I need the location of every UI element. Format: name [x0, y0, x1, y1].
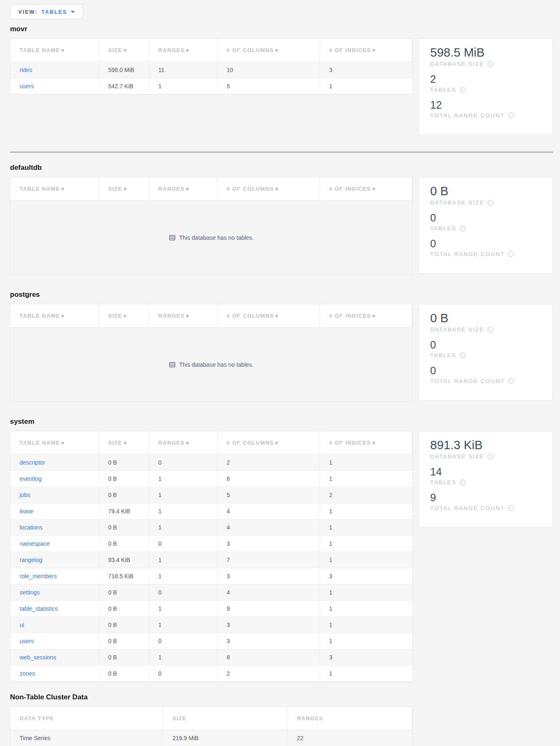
columns-cell: 5 [217, 78, 320, 94]
indices-cell: 1 [320, 471, 412, 487]
size-cell: 598.0 MiB [99, 62, 149, 78]
table-name-cell: web_sessions [10, 649, 99, 666]
indices-cell: 2 [320, 487, 412, 503]
column-header[interactable]: # OF INDICES▼ [320, 39, 412, 62]
stat-value: 0 [430, 365, 544, 377]
tables-table-defaultdb: TABLE NAME▼SIZE▼RANGES▼# OF COLUMNS▼# OF… [10, 177, 413, 275]
stat-label: TABLES [430, 87, 456, 93]
column-header[interactable]: SIZE▼ [99, 39, 149, 62]
column-header[interactable]: SIZE▼ [99, 304, 149, 328]
stat-range-count: 9 TOTAL RANGE COUNTi [430, 492, 544, 511]
stat-label: DATABASE SIZE [430, 326, 484, 333]
table-name-link[interactable]: web_sessions [20, 654, 56, 661]
column-header[interactable]: # OF COLUMNS▼ [217, 431, 320, 455]
columns-cell: 3 [217, 633, 320, 649]
columns-cell: 10 [217, 62, 320, 78]
size-cell: 0 B [99, 633, 149, 649]
info-icon[interactable]: i [508, 378, 514, 384]
size-cell: 0 B [99, 455, 149, 471]
sort-desc-icon: ▼ [123, 313, 128, 318]
table-row: ui 0 B 1 3 1 [10, 617, 412, 633]
ranges-cell: 1 [149, 617, 217, 633]
columns-cell: 3 [217, 536, 320, 552]
ranges-cell: 1 [149, 520, 217, 536]
column-header[interactable]: # OF INDICES▼ [320, 177, 412, 201]
table-name-link[interactable]: zones [20, 670, 35, 677]
database-heading-system: system [10, 418, 553, 426]
info-icon[interactable]: i [460, 353, 466, 358]
columns-cell: 2 [217, 666, 320, 682]
stat-tables: 2 TABLESi [430, 73, 544, 93]
stat-range-count: 12 TOTAL RANGE COUNTi [430, 99, 544, 119]
table-name-link[interactable]: rides [20, 67, 32, 73]
indices-cell: 3 [320, 568, 412, 584]
column-header[interactable]: RANGES▼ [149, 304, 217, 328]
table-name-link[interactable]: descriptor [20, 459, 45, 466]
column-header[interactable]: # OF COLUMNS▼ [217, 177, 320, 201]
info-icon[interactable]: i [488, 200, 493, 206]
table-row: locations 0 B 1 4 1 [10, 520, 412, 536]
column-header[interactable]: # OF INDICES▼ [320, 431, 412, 455]
tables-table-system: TABLE NAME▼SIZE▼RANGES▼# OF COLUMNS▼# OF… [10, 431, 413, 682]
size-cell: 0 B [99, 666, 149, 682]
column-header[interactable]: # OF INDICES▼ [320, 304, 412, 328]
column-header[interactable]: # OF COLUMNS▼ [217, 39, 320, 62]
table-name-link[interactable]: role_members [20, 573, 57, 579]
info-icon[interactable]: i [488, 61, 493, 67]
column-header[interactable]: TABLE NAME▼ [10, 304, 99, 328]
column-header[interactable]: TABLE NAME▼ [10, 431, 99, 455]
table-name-link[interactable]: users [20, 638, 34, 644]
size-cell: 93.4 KiB [99, 552, 149, 568]
database-section-movr: TABLE NAME▼SIZE▼RANGES▼# OF COLUMNS▼# OF… [10, 38, 553, 135]
ranges-cell: 0 [149, 666, 217, 682]
stat-label: DATABASE SIZE [430, 61, 484, 67]
column-header[interactable]: TABLE NAME▼ [10, 177, 99, 201]
info-icon[interactable]: i [508, 251, 514, 257]
table-name-link[interactable]: jobs [20, 492, 30, 498]
stat-label: TOTAL RANGE COUNT [430, 505, 505, 511]
summary-card-movr: 598.5 MiB DATABASE SIZEi 2 TABLESi 12 TO… [419, 38, 553, 135]
table-name-link[interactable]: users [20, 83, 34, 90]
table-name-link[interactable]: lease [20, 508, 33, 515]
size-cell: 718.5 KiB [99, 568, 149, 584]
ranges-cell: 1 [149, 78, 217, 94]
column-header[interactable]: RANGES▼ [149, 431, 217, 455]
table-name-link[interactable]: ui [20, 622, 24, 628]
table-name-cell: table_statistics [10, 601, 99, 617]
info-icon[interactable]: i [488, 327, 493, 333]
column-header[interactable]: SIZE▼ [99, 177, 149, 201]
info-icon[interactable]: i [488, 454, 493, 460]
sort-desc-icon: ▼ [185, 313, 190, 318]
column-header[interactable]: TABLE NAME▼ [10, 39, 99, 62]
stat-range-count: 0 TOTAL RANGE COUNTi [430, 365, 544, 384]
view-dropdown[interactable]: VIEW: TABLES [10, 4, 83, 19]
columns-cell: 9 [217, 601, 320, 617]
column-header[interactable]: SIZE▼ [99, 431, 149, 455]
table-name-link[interactable]: eventlog [20, 475, 42, 482]
stat-database-size: 598.5 MiB DATABASE SIZEi [430, 46, 544, 67]
stat-label: TOTAL RANGE COUNT [430, 378, 505, 384]
columns-cell: 5 [217, 487, 320, 503]
table-name-link[interactable]: rangelog [20, 557, 42, 563]
columns-cell: 4 [217, 520, 320, 536]
info-icon[interactable]: i [460, 480, 466, 485]
table-name-link[interactable]: settings [20, 589, 40, 596]
info-icon[interactable]: i [508, 112, 514, 118]
table-name-link[interactable]: namespace [20, 540, 50, 547]
info-icon[interactable]: i [460, 87, 466, 93]
table-header-row: TABLE NAME▼SIZE▼RANGES▼# OF COLUMNS▼# OF… [10, 177, 412, 201]
column-header[interactable]: RANGES▼ [149, 39, 217, 62]
database-heading-movr: movr [10, 25, 553, 33]
indices-cell: 1 [320, 520, 412, 536]
info-icon[interactable]: i [460, 226, 466, 231]
size-cell: 219.9 MiB [163, 730, 287, 746]
columns-cell: 7 [217, 552, 320, 568]
stat-label: DATABASE SIZE [430, 199, 484, 206]
table-name-link[interactable]: table_statistics [20, 605, 58, 612]
column-header[interactable]: # OF COLUMNS▼ [217, 304, 320, 328]
info-icon[interactable]: i [508, 505, 514, 511]
stat-value: 9 [430, 492, 544, 504]
table-name-link[interactable]: locations [20, 524, 42, 531]
columns-cell: 3 [217, 568, 320, 584]
column-header[interactable]: RANGES▼ [149, 177, 217, 201]
